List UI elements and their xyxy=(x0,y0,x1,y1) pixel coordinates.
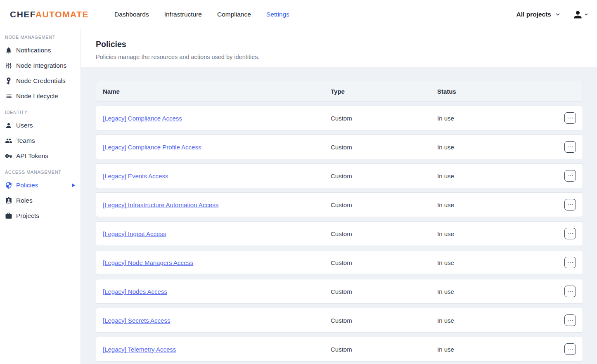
row-actions-button[interactable] xyxy=(564,228,576,239)
policy-link[interactable]: [Legacy] Infrastructure Automation Acces… xyxy=(103,201,218,208)
page-description: Policies manage the resources and action… xyxy=(96,54,597,60)
ellipsis-icon xyxy=(568,118,573,119)
row-actions-button[interactable] xyxy=(564,199,576,210)
people-icon xyxy=(5,137,12,144)
sidebar-item-node-integrations[interactable]: Node Integrations xyxy=(0,58,81,73)
policy-status: In use xyxy=(437,346,564,353)
projects-filter-label: All projects xyxy=(516,11,551,18)
row-actions-button[interactable] xyxy=(564,257,576,268)
policy-link[interactable]: [Legacy] Secrets Access xyxy=(103,317,170,324)
settings-sidebar: NODE MANAGEMENT Notifications Node Integ… xyxy=(0,29,81,364)
nav-settings[interactable]: Settings xyxy=(266,11,289,18)
row-actions-button[interactable] xyxy=(564,286,576,297)
sidebar-item-label: Policies xyxy=(16,182,38,189)
sidebar-item-teams[interactable]: Teams xyxy=(0,133,81,148)
sidebar-item-node-credentials[interactable]: Node Credentials xyxy=(0,73,81,88)
sidebar-item-roles[interactable]: Roles xyxy=(0,193,81,208)
shield-icon xyxy=(5,182,12,189)
badge-icon xyxy=(5,197,12,204)
policy-status: In use xyxy=(437,317,564,324)
sidebar-section-node-management: NODE MANAGEMENT Notifications Node Integ… xyxy=(0,33,81,104)
table-row: [Legacy] Compliance Profile Access Custo… xyxy=(96,135,583,159)
policy-status: In use xyxy=(437,144,564,151)
sidebar-item-projects[interactable]: Projects xyxy=(0,208,81,223)
policies-table: Name Type Status [Legacy] Compliance Acc… xyxy=(81,67,597,362)
table-row: [Legacy] Ingest Access Custom In use xyxy=(96,221,583,246)
policy-status: In use xyxy=(437,173,564,180)
ellipsis-icon xyxy=(568,233,573,234)
ellipsis-icon xyxy=(568,320,573,321)
section-title-access-management: ACCESS MANAGEMENT xyxy=(0,168,81,176)
user-menu[interactable] xyxy=(572,9,589,20)
list-icon xyxy=(5,92,12,100)
bell-icon xyxy=(5,47,12,54)
row-actions-button[interactable] xyxy=(564,170,576,182)
person-icon xyxy=(5,122,12,129)
chevron-down-icon xyxy=(584,12,589,17)
column-header-name: Name xyxy=(103,88,331,95)
key-vertical-icon xyxy=(5,77,12,85)
ellipsis-icon xyxy=(568,349,573,350)
policy-status: In use xyxy=(437,230,564,237)
table-row: [Legacy] Compliance Access Custom In use xyxy=(96,106,583,130)
caret-right-icon xyxy=(72,183,75,187)
primary-nav: Dashboards Infrastructure Compliance Set… xyxy=(114,11,289,18)
table-row: [Legacy] Nodes Access Custom In use xyxy=(96,279,583,304)
policy-type: Custom xyxy=(331,230,437,237)
page-header: Policies Policies manage the resources a… xyxy=(81,29,597,67)
policy-link[interactable]: [Legacy] Compliance Access xyxy=(103,115,182,122)
policy-link[interactable]: [Legacy] Node Managers Access xyxy=(103,259,193,266)
row-actions-button[interactable] xyxy=(564,343,576,355)
row-actions-button[interactable] xyxy=(564,314,576,326)
main-content: Policies Policies manage the resources a… xyxy=(81,29,597,364)
sidebar-item-label: Teams xyxy=(16,137,35,144)
policy-status: In use xyxy=(437,201,564,208)
policy-type: Custom xyxy=(331,115,437,122)
table-row: [Legacy] Events Access Custom In use xyxy=(96,163,583,188)
policy-status: In use xyxy=(437,259,564,266)
policy-link[interactable]: [Legacy] Nodes Access xyxy=(103,288,167,295)
sidebar-item-label: Users xyxy=(16,122,33,129)
sidebar-item-label: Node Integrations xyxy=(16,62,66,69)
chef-automate-logo[interactable]: CHEFAUTOMATE xyxy=(10,9,89,19)
nav-compliance[interactable]: Compliance xyxy=(217,11,251,18)
policy-link[interactable]: [Legacy] Ingest Access xyxy=(103,230,166,237)
ellipsis-icon xyxy=(568,204,573,206)
table-row: [Legacy] Node Managers Access Custom In … xyxy=(96,250,583,275)
user-avatar-icon xyxy=(572,9,583,20)
sidebar-section-access-management: ACCESS MANAGEMENT Policies Roles Project… xyxy=(0,168,81,223)
page-title: Policies xyxy=(96,40,597,49)
sidebar-item-users[interactable]: Users xyxy=(0,118,81,133)
chevron-down-icon xyxy=(555,12,561,17)
policy-type: Custom xyxy=(331,173,437,180)
logo-chef-text: CHEF xyxy=(10,9,36,19)
nav-dashboards[interactable]: Dashboards xyxy=(114,11,149,18)
ellipsis-icon xyxy=(568,262,573,263)
sidebar-item-api-tokens[interactable]: API Tokens xyxy=(0,148,81,163)
row-actions-button[interactable] xyxy=(564,141,576,153)
policy-link[interactable]: [Legacy] Compliance Profile Access xyxy=(103,144,201,151)
briefcase-icon xyxy=(5,212,12,220)
row-actions-button[interactable] xyxy=(564,112,576,124)
policy-type: Custom xyxy=(331,259,437,266)
section-title-identity: IDENTITY xyxy=(0,109,81,116)
policy-link[interactable]: [Legacy] Telemetry Access xyxy=(103,346,176,353)
policy-type: Custom xyxy=(331,144,437,151)
table-row: [Legacy] Infrastructure Automation Acces… xyxy=(96,192,583,217)
table-row: [Legacy] Telemetry Access Custom In use xyxy=(96,337,583,362)
table-header-row: Name Type Status xyxy=(96,81,583,102)
policy-type: Custom xyxy=(331,201,437,208)
nav-infrastructure[interactable]: Infrastructure xyxy=(164,11,202,18)
sidebar-item-node-lifecycle[interactable]: Node Lifecycle xyxy=(0,88,81,104)
logo-automate-text: AUTOMATE xyxy=(36,9,89,19)
sidebar-item-policies[interactable]: Policies xyxy=(0,177,81,193)
ellipsis-icon xyxy=(568,147,573,148)
sidebar-item-notifications[interactable]: Notifications xyxy=(0,43,81,58)
policy-type: Custom xyxy=(331,346,437,353)
projects-filter-dropdown[interactable]: All projects xyxy=(516,11,561,18)
topnav-right: All projects xyxy=(516,9,590,20)
key-icon xyxy=(5,152,12,160)
ellipsis-icon xyxy=(568,291,573,292)
policy-link[interactable]: [Legacy] Events Access xyxy=(103,173,168,180)
section-title-node-management: NODE MANAGEMENT xyxy=(0,33,81,41)
